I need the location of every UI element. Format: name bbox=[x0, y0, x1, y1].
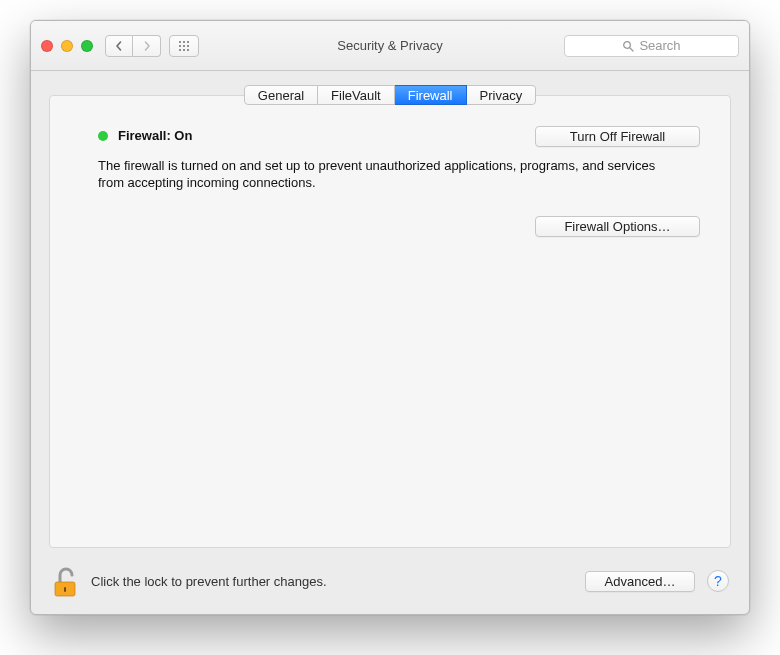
back-button[interactable] bbox=[105, 35, 133, 57]
show-all-button[interactable] bbox=[169, 35, 199, 57]
tab-filevault[interactable]: FileVault bbox=[318, 85, 395, 105]
turn-off-firewall-button[interactable]: Turn Off Firewall bbox=[535, 126, 700, 147]
firewall-description: The firewall is turned on and set up to … bbox=[98, 157, 658, 191]
status-indicator-icon bbox=[98, 131, 108, 141]
firewall-options-button[interactable]: Firewall Options… bbox=[535, 216, 700, 237]
chevron-left-icon bbox=[114, 41, 124, 51]
svg-point-5 bbox=[187, 45, 189, 47]
svg-point-1 bbox=[183, 41, 185, 43]
titlebar: Security & Privacy Search bbox=[31, 21, 749, 71]
svg-point-3 bbox=[179, 45, 181, 47]
lock-button[interactable] bbox=[51, 564, 79, 598]
zoom-window-button[interactable] bbox=[81, 40, 93, 52]
tab-general[interactable]: General bbox=[244, 85, 318, 105]
advanced-button[interactable]: Advanced… bbox=[585, 571, 695, 592]
chevron-right-icon bbox=[142, 41, 152, 51]
tab-privacy[interactable]: Privacy bbox=[467, 85, 537, 105]
svg-point-7 bbox=[183, 49, 185, 51]
svg-point-9 bbox=[624, 41, 631, 48]
svg-point-0 bbox=[179, 41, 181, 43]
lock-open-icon bbox=[51, 564, 79, 598]
search-icon bbox=[622, 40, 634, 52]
close-window-button[interactable] bbox=[41, 40, 53, 52]
firewall-status-label: Firewall: On bbox=[118, 128, 192, 143]
footer: Click the lock to prevent further change… bbox=[31, 548, 749, 614]
firewall-panel: Firewall: On Turn Off Firewall The firew… bbox=[49, 95, 731, 548]
search-placeholder: Search bbox=[639, 38, 680, 53]
nav-back-forward bbox=[105, 35, 161, 57]
help-button[interactable]: ? bbox=[707, 570, 729, 592]
preferences-window: Security & Privacy Search General FileVa… bbox=[30, 20, 750, 615]
tab-firewall[interactable]: Firewall bbox=[395, 85, 467, 105]
svg-point-6 bbox=[179, 49, 181, 51]
minimize-window-button[interactable] bbox=[61, 40, 73, 52]
grid-icon bbox=[177, 39, 191, 53]
svg-rect-12 bbox=[64, 587, 66, 592]
svg-point-8 bbox=[187, 49, 189, 51]
svg-point-4 bbox=[183, 45, 185, 47]
window-controls bbox=[41, 40, 93, 52]
forward-button[interactable] bbox=[133, 35, 161, 57]
tab-bar: General FileVault Firewall Privacy bbox=[31, 71, 749, 105]
svg-line-10 bbox=[630, 48, 633, 51]
search-input[interactable]: Search bbox=[564, 35, 739, 57]
svg-point-2 bbox=[187, 41, 189, 43]
content-area: General FileVault Firewall Privacy Firew… bbox=[31, 71, 749, 614]
lock-hint-label: Click the lock to prevent further change… bbox=[91, 574, 327, 589]
